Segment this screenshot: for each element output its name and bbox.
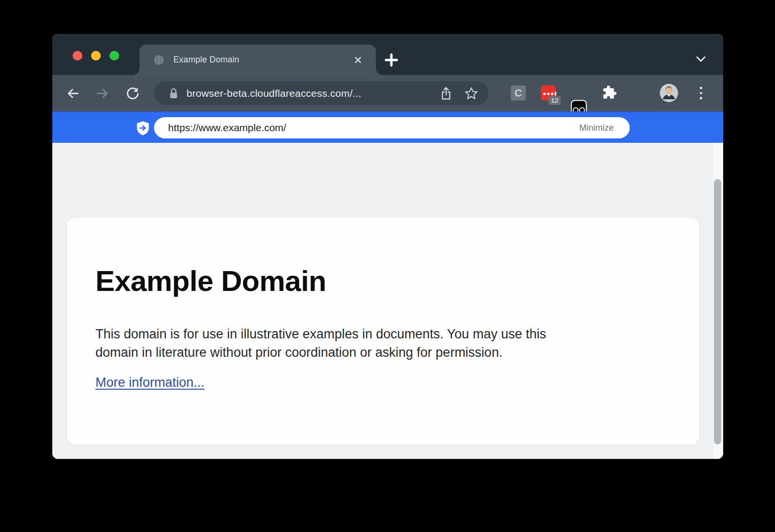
paragraph-line-2: domain in literature without prior coord… [95, 343, 670, 362]
extension-c-icon[interactable]: C [511, 86, 526, 101]
new-tab-button[interactable] [383, 52, 400, 68]
globe-favicon-icon [153, 54, 165, 66]
back-icon[interactable] [65, 86, 80, 101]
forward-icon[interactable] [95, 86, 110, 101]
minimize-bar-button[interactable]: Minimize [576, 122, 617, 134]
isolated-url-input[interactable] [167, 122, 576, 134]
page-paragraph: This domain is for use in illustrative e… [95, 325, 670, 362]
isolated-address-pill: Minimize [154, 117, 630, 138]
tab-title: Example Domain [173, 55, 352, 65]
page-viewport: Example Domain This domain is for use in… [52, 143, 723, 459]
browser-window: Example Domain [52, 34, 723, 459]
browser-toolbar: browser-beta.cloudflareaccess.com/... C [52, 75, 723, 111]
extensions-puzzle-icon[interactable] [601, 84, 617, 102]
share-icon[interactable] [438, 85, 454, 102]
shield-arrow-icon[interactable] [136, 121, 150, 136]
page-heading: Example Domain [95, 264, 670, 298]
example-domain-card: Example Domain This domain is for use in… [67, 218, 699, 444]
isolation-url-bar: Minimize [52, 111, 723, 143]
tab-close-icon[interactable] [352, 54, 364, 66]
bookmark-star-icon[interactable] [463, 85, 480, 102]
lock-icon[interactable] [169, 87, 179, 100]
tab-strip: Example Domain [52, 34, 723, 75]
address-bar-url: browser-beta.cloudflareaccess.com/... [186, 88, 438, 99]
tab-example-domain[interactable]: Example Domain [140, 45, 376, 75]
scrollbar-thumb[interactable] [714, 179, 721, 444]
more-information-link[interactable]: More information... [95, 375, 204, 390]
tab-search-chevron-icon[interactable] [694, 54, 708, 65]
browser-menu-icon[interactable] [700, 87, 702, 99]
paragraph-line-1: This domain is for use in illustrative e… [95, 325, 670, 343]
reload-icon[interactable] [125, 86, 140, 101]
zoom-window-button[interactable] [109, 51, 119, 61]
red-extension-dots [543, 92, 557, 96]
minimize-window-button[interactable] [91, 51, 101, 61]
traffic-lights [73, 51, 119, 61]
profile-avatar[interactable] [660, 84, 678, 102]
extension-red-dots-icon[interactable]: 12 [541, 86, 556, 101]
extension-badge: 12 [548, 96, 560, 105]
address-bar[interactable]: browser-beta.cloudflareaccess.com/... [154, 81, 488, 105]
close-window-button[interactable] [73, 51, 82, 61]
